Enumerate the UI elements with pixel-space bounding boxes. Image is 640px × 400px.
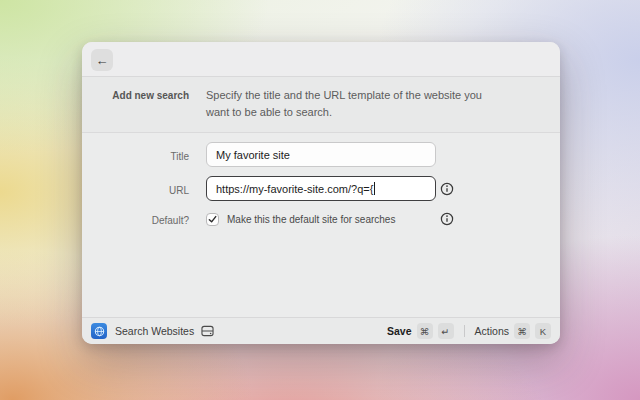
section-description: Specify the title and the URL template o… (206, 87, 508, 121)
search-websites-app-icon (91, 323, 107, 339)
section-title: Add new search (82, 87, 189, 104)
default-field-row: Default? Make this the default site for … (82, 210, 560, 228)
url-input-value: https://my-favorite-site.com/?q={ (216, 183, 373, 195)
back-button[interactable]: ← (91, 49, 113, 71)
url-field-label: URL (169, 185, 189, 196)
footer-divider (464, 325, 465, 337)
default-info-icon[interactable] (440, 212, 454, 226)
cmd-keycap: ⌘ (514, 323, 530, 339)
desktop-background: ← Add new search Specify the title and t… (0, 0, 640, 400)
title-input[interactable]: My favorite site (206, 142, 436, 167)
globe-icon (94, 326, 105, 337)
app-window: ← Add new search Specify the title and t… (82, 42, 560, 344)
action-bar: Search Websites Save ⌘ ↵ Actions ⌘ K (82, 317, 560, 344)
cmd-keycap: ⌘ (417, 323, 433, 339)
k-keycap: K (535, 323, 551, 339)
url-field-row: URL https://my-favorite-site.com/?q={ (82, 176, 560, 201)
default-field-label: Default? (152, 215, 189, 226)
return-keycap: ↵ (438, 323, 454, 339)
form-description-section: Add new search Specify the title and the… (82, 77, 560, 133)
checkmark-icon (208, 215, 217, 224)
default-checkbox[interactable] (206, 213, 219, 226)
footer-app-name: Search Websites (115, 325, 194, 337)
title-field-row: Title My favorite site (82, 142, 560, 167)
window-header: ← (82, 42, 560, 77)
back-arrow-icon: ← (96, 53, 109, 68)
save-button[interactable]: Save (387, 325, 412, 337)
default-checkbox-label[interactable]: Make this the default site for searches (227, 214, 395, 225)
title-input-value: My favorite site (216, 149, 290, 161)
form-area: Title My favorite site URL https://my-fa… (82, 133, 560, 317)
actions-button[interactable]: Actions (475, 325, 509, 337)
url-info-icon[interactable] (440, 182, 454, 196)
save-disk-icon (201, 325, 214, 337)
text-cursor (374, 182, 376, 195)
url-input[interactable]: https://my-favorite-site.com/?q={ (206, 176, 436, 201)
title-field-label: Title (170, 151, 189, 162)
